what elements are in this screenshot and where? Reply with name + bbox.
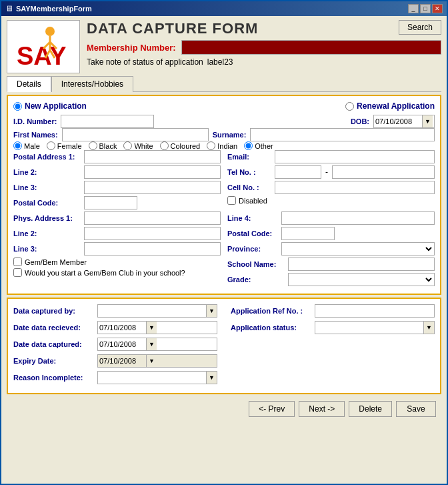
gender-row: Male Female Black White Coloured Indian [13, 141, 435, 150]
tel-input2[interactable] [332, 165, 435, 179]
tel-input1[interactable] [275, 165, 321, 179]
tab-interests[interactable]: Interests/Hobbies [51, 76, 133, 92]
line4-label: Line 4: [227, 214, 277, 222]
phys-right-col: Line 4: Postal Code: Province: [227, 211, 435, 258]
gender-other[interactable]: Other [244, 141, 273, 150]
captured-by-row: Data captured by: ▼ [13, 304, 217, 318]
postal-line3-input[interactable] [84, 181, 221, 194]
header-title-row: DATA CAPTURE FORM Search [87, 20, 441, 37]
phys-line3-label: Line 3: [13, 245, 80, 253]
status-row: Take note of status of application label… [87, 57, 441, 67]
membership-row: Membership Number: [87, 40, 441, 55]
cell-label: Cell No. : [227, 183, 271, 191]
header-right: DATA CAPTURE FORM Search Membership Numb… [87, 20, 441, 67]
close-button[interactable]: ✕ [432, 4, 443, 13]
date-received-calendar-icon[interactable]: ▼ [146, 322, 157, 334]
gender-white[interactable]: White [123, 141, 153, 150]
phys-col: Phys. Address 1: Line 2: Line 3: [13, 211, 221, 258]
gender-indian[interactable]: Indian [207, 141, 237, 150]
svg-text:SAY: SAY [17, 42, 67, 70]
phys-line2-input[interactable] [84, 227, 221, 240]
email-input[interactable] [275, 150, 435, 163]
line4-input[interactable] [281, 211, 435, 225]
main-section: New Application Renewal Application I.D.… [7, 95, 441, 295]
tab-bar: Details Interests/Hobbies [7, 76, 441, 92]
dob-input[interactable] [375, 115, 422, 127]
phys-line3-input[interactable] [84, 242, 221, 256]
main-window: 🖥 SAYMembershipForm _ □ ✕ SAY [0, 0, 448, 485]
new-application-radio[interactable]: New Application [13, 101, 87, 111]
dob-picker[interactable]: ▼ [373, 115, 435, 128]
expiry-picker[interactable]: ▼ [97, 354, 217, 368]
postal-line2-input[interactable] [84, 165, 221, 179]
minimize-button[interactable]: _ [408, 4, 419, 13]
postal-code-input[interactable] [84, 196, 137, 209]
gender-coloured[interactable]: Coloured [160, 141, 201, 150]
date-captured-row: Date data captured: ▼ [13, 338, 217, 351]
save-button[interactable]: Save [396, 401, 436, 417]
school-input[interactable] [288, 258, 435, 271]
first-names-input[interactable] [62, 128, 209, 141]
app-ref-input[interactable] [315, 304, 435, 318]
captured-by-dropdown-btn[interactable]: ▼ [206, 305, 217, 317]
app-status-dropdown-btn[interactable]: ▼ [423, 322, 434, 334]
app-status-label: Application status: [231, 324, 311, 332]
content-area: SAY DATA CAPTURE FORM Search Membership … [1, 16, 447, 484]
cell-input[interactable] [275, 181, 435, 194]
delete-button[interactable]: Delete [349, 401, 392, 417]
postal1-input[interactable] [84, 150, 221, 163]
school-col: School Name: Grade: [227, 258, 435, 288]
membership-input[interactable] [181, 40, 441, 55]
search-button[interactable]: Search [399, 20, 441, 35]
first-names-label: First Names: [13, 131, 58, 139]
date-received-label: Date data recieved: [13, 324, 93, 332]
expiry-input[interactable] [99, 355, 146, 367]
dob-label: DOB: [351, 117, 369, 125]
window-controls: _ □ ✕ [408, 4, 443, 13]
bottom-left: Data captured by: ▼ Date data recieved: … [13, 304, 217, 388]
gender-male[interactable]: Male [13, 141, 40, 150]
phys-postal-label: Postal Code: [227, 229, 277, 237]
date-received-input[interactable] [99, 322, 146, 334]
province-select[interactable] [281, 242, 435, 256]
club-checkbox[interactable]: Would you start a Gem/Bem Club in your s… [13, 268, 185, 277]
bottom-section: Data captured by: ▼ Date data recieved: … [7, 298, 441, 394]
status-label: label23 [207, 57, 233, 67]
id-input[interactable] [61, 115, 154, 128]
date-captured-calendar-icon[interactable]: ▼ [146, 338, 157, 350]
grade-label: Grade: [227, 276, 284, 284]
app-status-row: Application status: ▼ [231, 321, 435, 334]
id-dob-row: I.D. Number: DOB: ▼ [13, 115, 435, 128]
grade-select[interactable] [288, 273, 435, 286]
prev-button[interactable]: <- Prev [249, 401, 295, 417]
dob-calendar-icon[interactable]: ▼ [422, 115, 433, 127]
gem-checkbox[interactable]: Gem/Bem Member [13, 258, 87, 266]
reason-label: Reason Incomplete: [13, 374, 93, 382]
renewal-application-radio[interactable]: Renewal Application [345, 101, 435, 111]
expiry-row: Expiry Date: ▼ [13, 354, 217, 368]
membership-label: Membership Number: [87, 43, 176, 53]
logo-area: SAY [7, 20, 80, 73]
phys1-input[interactable] [84, 211, 221, 225]
date-received-picker[interactable]: ▼ [97, 321, 217, 334]
bottom-right: Application Ref No. : Application status… [231, 304, 435, 388]
header: SAY DATA CAPTURE FORM Search Membership … [7, 20, 441, 73]
maximize-button[interactable]: □ [420, 4, 431, 13]
phys1-label: Phys. Address 1: [13, 214, 80, 222]
gender-female[interactable]: Female [47, 141, 82, 150]
svg-point-1 [45, 27, 55, 36]
tel-label: Tel No. : [227, 168, 271, 176]
expiry-label: Expiry Date: [13, 357, 93, 365]
disabled-checkbox[interactable]: Disabled [227, 196, 267, 205]
next-button[interactable]: Next -> [299, 401, 345, 417]
phys-line2-label: Line 2: [13, 229, 80, 237]
gender-black[interactable]: Black [89, 141, 117, 150]
date-captured-picker[interactable]: ▼ [97, 338, 217, 351]
address-section: Postal Address 1: Line 2: Line 3: Postal… [13, 150, 435, 211]
reason-dropdown-btn[interactable]: ▼ [206, 372, 217, 384]
phys-postal-input[interactable] [281, 227, 335, 240]
tab-details[interactable]: Details [7, 76, 51, 92]
expiry-calendar-icon[interactable]: ▼ [146, 355, 157, 367]
surname-input[interactable] [250, 128, 435, 141]
date-captured-input[interactable] [99, 338, 146, 350]
